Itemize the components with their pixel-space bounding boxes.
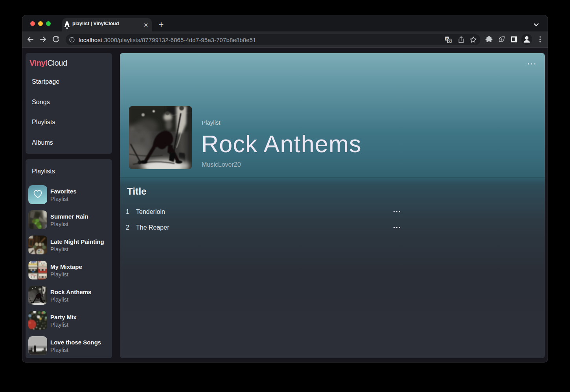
svg-text:文: 文 (448, 39, 451, 43)
